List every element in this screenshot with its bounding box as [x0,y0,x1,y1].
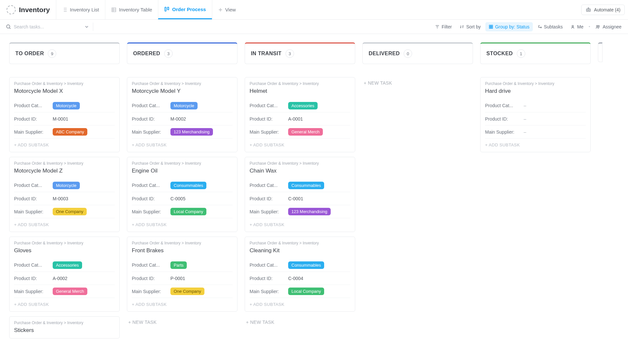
chevron-down-icon[interactable] [84,25,89,29]
task-card[interactable]: Purchase Order & Inventory > InventoryHa… [480,77,591,152]
field-label: Product ID: [14,116,53,122]
filter-label: Filter [442,24,452,29]
svg-rect-0 [112,8,116,12]
add-subtask-button[interactable]: + ADD SUBTASK [485,138,586,152]
task-card[interactable]: Purchase Order & Inventory > InventoryGl… [9,237,120,312]
column-header[interactable]: DELIVERED0 [362,42,473,64]
tab-label: Order Process [172,7,206,12]
tag-pill: Consummables [288,261,324,269]
field-row: Main Supplier:123 Merchandising [132,125,233,138]
task-card[interactable]: Purchase Order & Inventory > InventoryMo… [9,157,120,232]
tab-order-process[interactable]: Order Process [158,0,212,19]
column-header[interactable]: STOCKED1 [480,42,591,64]
task-card[interactable]: Purchase Order & Inventory > InventoryCl… [245,237,355,312]
task-card[interactable]: Purchase Order & Inventory > InventoryMo… [127,77,237,152]
tag-pill: 123 Merchandising [288,208,331,215]
field-row: Product ID:– [485,112,586,125]
breadcrumb: Purchase Order & Inventory > Inventory [132,81,233,86]
new-task-button[interactable]: + NEW TASK [127,316,237,328]
tab-inventory-list[interactable]: Inventory List [56,0,105,19]
field-label: Product Cat... [14,103,53,108]
assignee-label: Assignee [602,24,621,29]
column-delivered: DELIVERED0+ NEW TASK [362,42,473,89]
task-card[interactable]: Purchase Order & Inventory > InventoryEn… [127,157,237,232]
add-subtask-button[interactable]: + ADD SUBTASK [14,138,115,152]
empty-value: – [524,129,526,135]
field-label: Product ID: [485,116,524,122]
field-label: Main Supplier: [132,209,170,214]
tab-label: Inventory Table [119,7,152,12]
task-card[interactable]: Purchase Order & Inventory > InventorySt… [9,316,120,339]
add-subtask-button[interactable]: + ADD SUBTASK [250,218,350,232]
product-id-value: M-0003 [53,196,68,201]
field-label: Product Cat... [485,103,524,108]
card-title: Cleaning Kit [250,247,350,254]
svg-rect-3 [586,9,590,11]
breadcrumb: Purchase Order & Inventory > Inventory [132,241,233,245]
svg-rect-8 [491,25,493,26]
sort-button[interactable]: Sort by [456,22,484,31]
field-row: Main Supplier:General Merch [14,285,115,298]
add-subtask-button[interactable]: + ADD SUBTASK [132,298,233,311]
field-row: Product Cat...Motorcycle [14,179,115,192]
new-task-button[interactable]: + NEW TASK [362,77,473,89]
tag-pill: Parts [170,261,187,269]
add-subtask-button[interactable]: + ADD SUBTASK [132,218,233,232]
tab-inventory-table[interactable]: Inventory Table [105,0,158,19]
subtasks-button[interactable]: Subtasks [534,22,566,31]
toolbar: Filter Sort by Group by: Status Subtasks… [0,20,628,34]
field-label: Product ID: [250,276,288,281]
field-row: Main Supplier:ABC Company [14,125,115,138]
search-input[interactable] [14,24,69,29]
svg-point-4 [587,10,588,10]
column-header[interactable]: ORDERED3 [127,42,237,64]
card-title: Stickers [14,327,115,334]
column-title: IN TRANSIT [251,51,282,57]
top-header: Inventory Inventory List Inventory Table… [0,0,628,20]
product-id-value: C-0004 [288,276,303,281]
task-card[interactable]: Purchase Order & Inventory > InventoryHe… [245,77,355,152]
column-to_order: TO ORDER9Purchase Order & Inventory > In… [9,42,120,343]
add-subtask-button[interactable]: + ADD SUBTASK [132,138,233,152]
column-header[interactable]: TO ORDER9 [9,42,120,64]
separator [93,23,93,31]
task-card[interactable]: Purchase Order & Inventory > InventoryCh… [245,157,355,232]
field-row: Main Supplier:Local Company [250,285,350,298]
field-label: Product Cat... [14,262,53,268]
field-label: Product Cat... [14,183,53,188]
card-title: Motorcycle Model Y [132,88,233,94]
add-subtask-button[interactable]: + ADD SUBTASK [14,218,115,232]
tab-add-view[interactable]: View [212,0,242,19]
field-label: Product Cat... [132,183,170,188]
field-row: Product Cat...Motorcycle [14,99,115,112]
task-card[interactable]: Purchase Order & Inventory > InventoryMo… [9,77,120,152]
field-row: Product ID:M-0001 [14,112,115,125]
add-subtask-button[interactable]: + ADD SUBTASK [14,298,115,311]
assignee-button[interactable]: Assignee [592,22,625,31]
column-header[interactable]: IN TRANSIT3 [245,42,355,64]
list-app-icon [7,5,16,14]
card-title: Motorcycle Model Z [14,168,115,174]
field-row: Main Supplier:One Company [14,205,115,218]
field-label: Product ID: [132,116,170,122]
new-task-button[interactable]: + NEW TASK [245,316,355,328]
tag-pill: Motorcycle [53,102,80,109]
add-subtask-button[interactable]: + ADD SUBTASK [250,138,350,152]
filter-button[interactable]: Filter [432,22,455,31]
collapsed-column[interactable] [598,42,602,62]
field-row: Product ID:A-0002 [14,272,115,285]
group-button[interactable]: Group by: Status [485,22,533,31]
automate-label: Automate (4) [594,7,620,12]
add-subtask-button[interactable]: + ADD SUBTASK [250,298,350,311]
product-id-value: M-0001 [53,116,68,122]
page-title: Inventory [19,6,50,14]
person-icon [570,25,575,29]
automate-button[interactable]: Automate (4) [581,5,625,15]
task-card[interactable]: Purchase Order & Inventory > InventoryFr… [127,237,237,312]
me-button[interactable]: Me [567,22,586,31]
product-id-value: P-0001 [170,276,185,281]
field-row: Product Cat...Parts [132,258,233,272]
svg-point-14 [598,25,600,27]
field-label: Product Cat... [250,103,288,108]
tag-pill: General Merch [288,128,323,136]
